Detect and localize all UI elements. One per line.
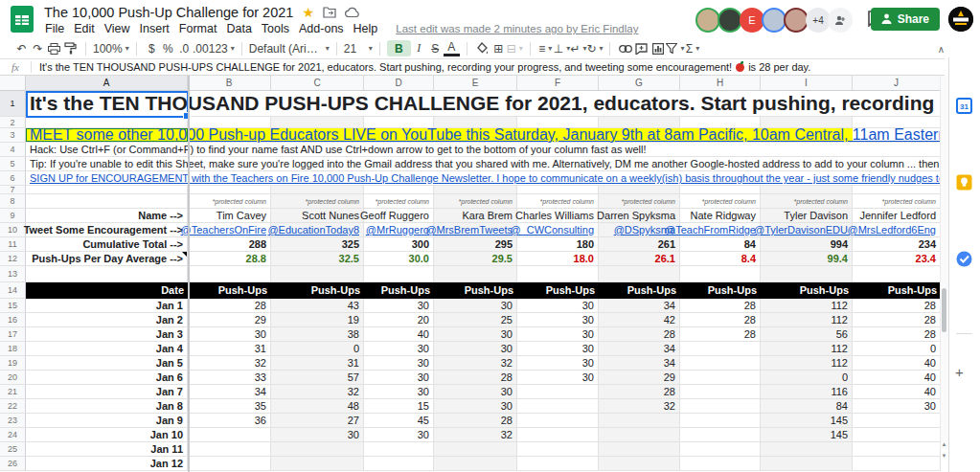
row-header-7[interactable]: 7: [0, 186, 26, 194]
row-header-26[interactable]: 26: [0, 457, 26, 471]
cell-B20[interactable]: 33: [188, 371, 271, 385]
grid-corner[interactable]: [0, 76, 26, 90]
cell-B19[interactable]: 32: [188, 356, 271, 371]
cell-I21[interactable]: 116: [761, 385, 853, 399]
cell-A3-announcement[interactable]: MEET some other 10,000 Push-up Educators…: [26, 128, 853, 143]
column-header-C[interactable]: C: [271, 76, 364, 90]
cell-H12[interactable]: 8.4: [680, 252, 761, 266]
cell-F9[interactable]: Charles Williams: [517, 209, 599, 223]
cell-G25[interactable]: [599, 442, 680, 457]
cell-J15[interactable]: 28: [853, 299, 941, 313]
cell-B15[interactable]: 28: [188, 299, 271, 313]
cell-G24[interactable]: [599, 428, 680, 442]
date-cell-Jan11[interactable]: Jan 11: [26, 442, 188, 457]
cell-F20[interactable]: 30: [517, 371, 599, 385]
vertical-align-button[interactable]: ⊥▾: [554, 40, 570, 56]
cell-D23[interactable]: 45: [364, 414, 434, 428]
row-header-18[interactable]: 18: [0, 342, 26, 356]
borders-button[interactable]: ⊞: [490, 40, 507, 56]
row-header-21[interactable]: 21: [0, 385, 26, 399]
cell-H10[interactable]: @TeachFromRidge: [680, 223, 761, 237]
cell-G26[interactable]: [599, 457, 680, 471]
cell-B21[interactable]: 34: [188, 385, 271, 399]
cell-E24[interactable]: 32: [434, 428, 517, 442]
twitter-handle-link[interactable]: @TeachFromRidge: [665, 224, 756, 236]
cell-G17[interactable]: 28: [599, 327, 680, 342]
cell-F13[interactable]: [517, 266, 599, 282]
increase-decimal-button[interactable]: .00: [193, 40, 209, 56]
cell-D22[interactable]: 15: [364, 399, 434, 414]
cell-E16[interactable]: 25: [434, 313, 517, 327]
cell-J16[interactable]: 28: [853, 313, 941, 327]
cell-C15[interactable]: 43: [271, 299, 364, 313]
cell-G11[interactable]: 261: [599, 237, 680, 252]
formula-bar[interactable]: fx It's the TEN THOUSAND PUSH-UPS CHALLE…: [0, 58, 945, 76]
cell-E8[interactable]: *protected column: [434, 194, 517, 209]
scroll-up-arrow[interactable]: ▲: [940, 438, 948, 449]
cell-C17[interactable]: 38: [271, 327, 364, 342]
cell-I16[interactable]: 112: [761, 313, 853, 327]
cell-H18[interactable]: [680, 342, 761, 356]
row-header-13[interactable]: 13: [0, 266, 26, 282]
cell-F12[interactable]: 18.0: [517, 252, 599, 266]
cell-J24[interactable]: [853, 428, 941, 442]
join-presence-icon[interactable]: [828, 8, 853, 33]
cell-F11[interactable]: 180: [517, 237, 599, 252]
cell-J25[interactable]: [853, 442, 941, 457]
cell-F24[interactable]: [517, 428, 599, 442]
cell-D16[interactable]: 20: [364, 313, 434, 327]
cell-A7[interactable]: [26, 186, 188, 194]
cell-F7[interactable]: [517, 186, 599, 194]
cell-C25[interactable]: [271, 442, 364, 457]
cell-H21[interactable]: [680, 385, 761, 399]
row-header-4[interactable]: 4: [0, 143, 26, 157]
cell-J11[interactable]: 234: [853, 237, 941, 252]
newsletter-signup-link[interactable]: SIGN UP for ENCOURAGEMENT with the Teach…: [30, 172, 941, 184]
cell-D11[interactable]: 300: [364, 237, 434, 252]
youtube-live-link[interactable]: MEET some other 10,000 Push-up Educators…: [30, 126, 941, 144]
menu-help[interactable]: Help: [349, 22, 383, 35]
cell-I23[interactable]: 145: [761, 414, 853, 428]
cell-I10[interactable]: @TylerDavisonEDU: [761, 223, 853, 237]
zoom-select[interactable]: 100%▾: [93, 40, 129, 56]
row-header-16[interactable]: 16: [0, 313, 26, 327]
cell-D24[interactable]: 30: [364, 428, 434, 442]
cell-E26[interactable]: [434, 457, 517, 471]
cell-E10[interactable]: @MrsBremTweets: [434, 223, 517, 237]
paint-format-button[interactable]: [62, 40, 79, 56]
cell-D21[interactable]: 30: [364, 385, 434, 399]
last-edit-link[interactable]: Last edit was made 2 minutes ago by Eric…: [396, 23, 638, 34]
cell-G9[interactable]: Darren Spyksma: [599, 209, 680, 223]
cell-E19[interactable]: 32: [434, 356, 517, 371]
cell-C22[interactable]: 48: [271, 399, 364, 414]
redo-button[interactable]: ↷: [30, 40, 46, 56]
more-formats-button[interactable]: 123▾: [209, 40, 235, 56]
date-cell-Jan2[interactable]: Jan 2: [26, 313, 188, 327]
cell-H23[interactable]: [680, 414, 761, 428]
row-header-23[interactable]: 23: [0, 414, 26, 428]
menu-addons[interactable]: Add-ons: [294, 22, 349, 35]
cell-G20[interactable]: 29: [599, 371, 680, 385]
cell-E15[interactable]: 30: [434, 299, 517, 313]
cell-B25[interactable]: [188, 442, 271, 457]
column-header-A[interactable]: A: [26, 76, 188, 90]
formula-bar-value[interactable]: It's the TEN THOUSAND PUSH-UPS CHALLENGE…: [39, 61, 810, 73]
cell-D20[interactable]: 30: [364, 371, 434, 385]
twitter-handle-link[interactable]: @_CWConsulting: [510, 224, 594, 236]
menu-tools[interactable]: Tools: [257, 22, 294, 35]
row-header-5[interactable]: 5: [0, 157, 26, 171]
cell-B24[interactable]: [188, 428, 271, 442]
cell-F23[interactable]: [517, 414, 599, 428]
menu-file[interactable]: File: [40, 22, 69, 35]
cell-J12[interactable]: 23.4: [853, 252, 941, 266]
get-addons-button[interactable]: +: [955, 364, 964, 380]
cell-F19[interactable]: 30: [517, 356, 599, 371]
cell-J10[interactable]: @MrsLedford6Eng: [853, 223, 941, 237]
scroll-down-arrow[interactable]: ▼: [940, 450, 948, 461]
cell-I7[interactable]: [761, 186, 853, 194]
cell-B26[interactable]: [188, 457, 271, 471]
cell-F15[interactable]: 30: [517, 299, 599, 313]
keep-icon[interactable]: [956, 174, 972, 191]
text-wrap-button[interactable]: ↵▾: [570, 40, 586, 56]
strikethrough-button[interactable]: S: [427, 40, 444, 56]
